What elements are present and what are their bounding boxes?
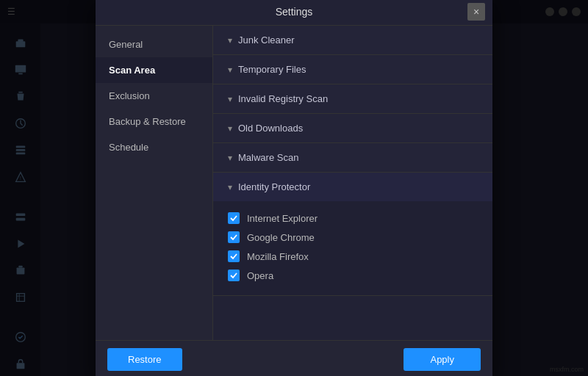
nav-item-exclusion[interactable]: Exclusion xyxy=(96,83,212,109)
accordion-malware-scan: ▾ Malware Scan xyxy=(213,143,492,173)
accordion-label-temporary-files: Temporary Files xyxy=(238,64,306,75)
modal-nav: General Scan Area Exclusion Backup & Res… xyxy=(96,26,213,340)
checkbox-google-chrome[interactable] xyxy=(228,231,240,243)
apply-button[interactable]: Apply xyxy=(404,348,481,371)
chevron-icon-malware-scan: ▾ xyxy=(228,153,232,163)
nav-item-scan-area[interactable]: Scan Area xyxy=(96,57,212,83)
checkbox-label-internet-explorer: Internet Explorer xyxy=(247,213,318,224)
modal-close-button[interactable]: × xyxy=(467,3,485,21)
modal-body: General Scan Area Exclusion Backup & Res… xyxy=(96,26,492,340)
accordion-header-old-downloads[interactable]: ▾ Old Downloads xyxy=(213,114,492,142)
checkbox-row-internet-explorer: Internet Explorer xyxy=(228,209,478,228)
chevron-icon-junk-cleaner: ▾ xyxy=(228,35,232,46)
checkbox-internet-explorer[interactable] xyxy=(228,212,240,224)
accordion-temporary-files: ▾ Temporary Files xyxy=(213,55,492,84)
accordion-label-malware-scan: Malware Scan xyxy=(238,152,298,163)
accordion-old-downloads: ▾ Old Downloads xyxy=(213,114,492,143)
nav-item-backup-restore[interactable]: Backup & Restore xyxy=(96,109,212,134)
accordion-header-invalid-registry[interactable]: ▾ Invalid Registry Scan xyxy=(213,84,492,113)
accordion-invalid-registry: ▾ Invalid Registry Scan xyxy=(213,84,492,114)
accordion-identity-protector: ▾ Identity Protector Internet Explorer xyxy=(213,173,492,296)
accordion-label-identity-protector: Identity Protector xyxy=(238,181,310,192)
checkbox-row-mozilla-firefox: Mozilla Firefox xyxy=(228,247,478,266)
chevron-icon-invalid-registry: ▾ xyxy=(228,94,232,104)
checkbox-label-mozilla-firefox: Mozilla Firefox xyxy=(247,251,309,262)
accordion-header-identity-protector[interactable]: ▾ Identity Protector xyxy=(213,173,492,201)
settings-modal: Settings × General Scan Area Exclusion B… xyxy=(96,0,492,376)
modal-title: Settings xyxy=(276,6,313,18)
chevron-icon-temporary-files: ▾ xyxy=(228,65,232,75)
nav-item-general[interactable]: General xyxy=(96,32,212,57)
chevron-icon-identity-protector: ▾ xyxy=(228,182,232,192)
accordion-header-malware-scan[interactable]: ▾ Malware Scan xyxy=(213,143,492,172)
checkbox-label-opera: Opera xyxy=(247,270,273,281)
accordion-body-identity-protector: Internet Explorer Google Chrome xyxy=(213,201,492,295)
modal-content: ▾ Junk Cleaner ▾ Temporary Files ▾ Inval xyxy=(213,26,492,340)
accordion-junk-cleaner: ▾ Junk Cleaner xyxy=(213,26,492,55)
accordion-label-old-downloads: Old Downloads xyxy=(238,123,303,134)
accordion-header-junk-cleaner[interactable]: ▾ Junk Cleaner xyxy=(213,26,492,54)
checkbox-row-google-chrome: Google Chrome xyxy=(228,228,478,247)
modal-overlay: Settings × General Scan Area Exclusion B… xyxy=(0,0,588,376)
checkbox-row-opera: Opera xyxy=(228,266,478,285)
checkbox-label-google-chrome: Google Chrome xyxy=(247,232,315,243)
checkbox-mozilla-firefox[interactable] xyxy=(228,250,240,262)
modal-titlebar: Settings × xyxy=(96,0,492,26)
chevron-icon-old-downloads: ▾ xyxy=(228,123,232,134)
accordion-label-invalid-registry: Invalid Registry Scan xyxy=(238,93,328,104)
restore-button[interactable]: Restore xyxy=(107,348,182,371)
modal-footer: Restore Apply xyxy=(96,340,492,376)
accordion-label-junk-cleaner: Junk Cleaner xyxy=(238,35,295,46)
nav-item-schedule[interactable]: Schedule xyxy=(96,134,212,160)
accordion-header-temporary-files[interactable]: ▾ Temporary Files xyxy=(213,55,492,84)
content-spacer xyxy=(213,296,492,340)
checkbox-opera[interactable] xyxy=(228,270,240,281)
